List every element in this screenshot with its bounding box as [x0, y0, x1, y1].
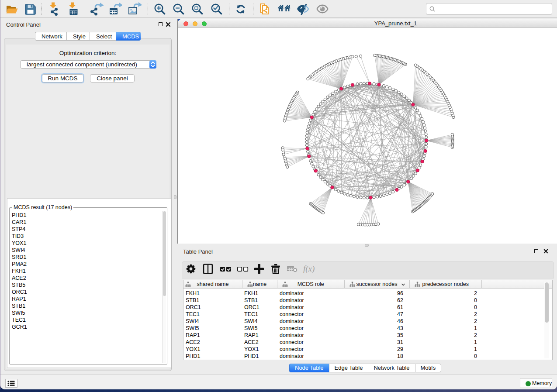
svg-text:f(x): f(x) [303, 264, 315, 274]
